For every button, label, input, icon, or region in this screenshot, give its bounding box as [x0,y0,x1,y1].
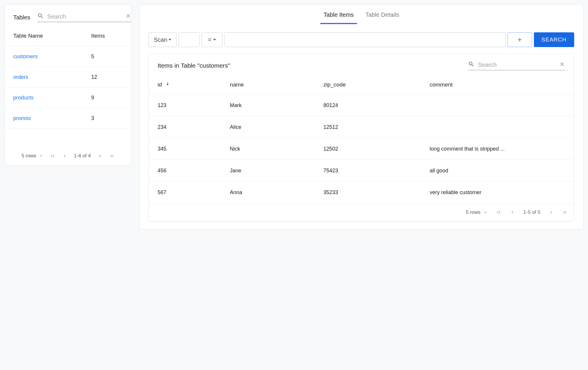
item-row[interactable]: 567 Anna 35233 very reliable customer [149,182,574,204]
query-attribute-select[interactable] [178,32,200,47]
items-table: id name zip_code comment 123 Mark 80124 [149,74,574,204]
dropdown-icon [168,39,171,41]
tabs: Table Items Table Details [140,5,583,24]
query-builder: Scan = + SEARCH [140,24,583,54]
cell-comment [421,95,574,116]
cell-id: 234 [149,116,221,138]
operator-label: = [208,36,211,43]
query-operator-select[interactable]: = [201,32,223,47]
search-icon [37,13,44,21]
cell-name: Nick [221,138,315,160]
next-page-button[interactable] [549,210,554,215]
tables-pagination: 5 rows 1-4 of 4 [5,146,131,165]
col-name[interactable]: name [221,74,315,95]
rows-per-page[interactable]: 5 rows [466,209,488,215]
tables-list: Table Name Items customers 5 orders 12 p… [5,24,131,129]
table-link[interactable]: orders [13,74,28,80]
tables-search-input[interactable] [47,13,122,20]
cell-zip: 12502 [315,138,421,160]
cell-zip: 80124 [315,95,421,116]
close-icon[interactable] [559,61,565,69]
sort-desc-icon [165,81,170,88]
rows-label: 5 rows [21,153,36,159]
table-link[interactable]: products [13,95,34,101]
tables-panel: Tables Table Name Items customers 5 [5,5,131,166]
items-search[interactable] [468,61,565,70]
items-title: Items in Table "customers" [158,62,459,69]
cell-zip: 12512 [315,116,421,138]
table-row[interactable]: orders 12 [5,67,131,88]
query-mode-select[interactable]: Scan [148,32,177,47]
cell-id: 567 [149,182,221,204]
first-page-button[interactable] [496,210,502,215]
search-icon [468,61,475,69]
main-panel: Table Items Table Details Scan = + SEARC… [139,5,583,229]
item-row[interactable]: 345 Nick 12502 long comment that is stri… [149,138,574,160]
col-id[interactable]: id [149,74,221,95]
add-condition-button[interactable]: + [507,32,532,47]
col-zip[interactable]: zip_code [315,74,421,95]
table-item-count: 5 [83,46,131,67]
col-table-items[interactable]: Items [83,24,131,46]
table-item-count: 3 [83,108,131,129]
table-item-count: 9 [83,88,131,108]
item-row[interactable]: 456 Jane 75423 all good [149,160,574,182]
table-link[interactable]: customers [13,54,38,59]
dropdown-icon [39,153,44,159]
col-id-label: id [158,81,162,88]
cell-id: 345 [149,138,221,160]
last-page-button[interactable] [109,153,114,159]
prev-page-button[interactable] [62,153,67,159]
cell-zip: 75423 [315,160,421,182]
dropdown-icon [483,210,488,215]
tables-search[interactable] [37,13,131,22]
cell-comment: all good [421,160,574,182]
prev-page-button[interactable] [510,210,515,215]
col-table-name[interactable]: Table Name [5,24,83,46]
cell-comment: very reliable customer [421,182,574,204]
items-search-input[interactable] [477,61,556,69]
table-link[interactable]: promos [13,115,31,121]
tab-table-details[interactable]: Table Details [365,11,399,24]
item-row[interactable]: 234 Alice 12512 [149,116,574,138]
col-comment[interactable]: comment [421,74,574,95]
items-card: Items in Table "customers" id [148,54,574,221]
tab-table-items[interactable]: Table Items [324,11,354,24]
table-item-count: 12 [83,67,131,88]
cell-comment: long comment that is stripped ... [421,138,574,160]
search-button[interactable]: SEARCH [534,32,574,47]
tables-title: Tables [13,14,30,21]
page-range: 1-5 of 5 [523,209,540,215]
table-row[interactable]: promos 3 [5,108,131,129]
query-value-field[interactable] [224,32,506,47]
item-row[interactable]: 123 Mark 80124 [149,95,574,116]
cell-id: 123 [149,95,221,116]
cell-name: Anna [221,182,315,204]
rows-label: 5 rows [466,209,480,215]
cell-name: Alice [221,116,315,138]
close-icon[interactable] [125,13,131,20]
first-page-button[interactable] [50,153,56,159]
table-row[interactable]: customers 5 [5,46,131,67]
items-pagination: 5 rows 1-5 of 5 [149,204,574,221]
query-mode-label: Scan [154,36,167,43]
table-row[interactable]: products 9 [5,88,131,108]
cell-comment [421,116,574,138]
cell-name: Mark [221,95,315,116]
rows-per-page[interactable]: 5 rows [21,153,44,159]
query-value-input[interactable] [228,36,502,43]
page-range: 1-4 of 4 [74,153,91,159]
cell-name: Jane [221,160,315,182]
last-page-button[interactable] [562,210,567,215]
next-page-button[interactable] [97,153,103,159]
cell-id: 456 [149,160,221,182]
cell-zip: 35233 [315,182,421,204]
dropdown-icon [213,39,216,41]
